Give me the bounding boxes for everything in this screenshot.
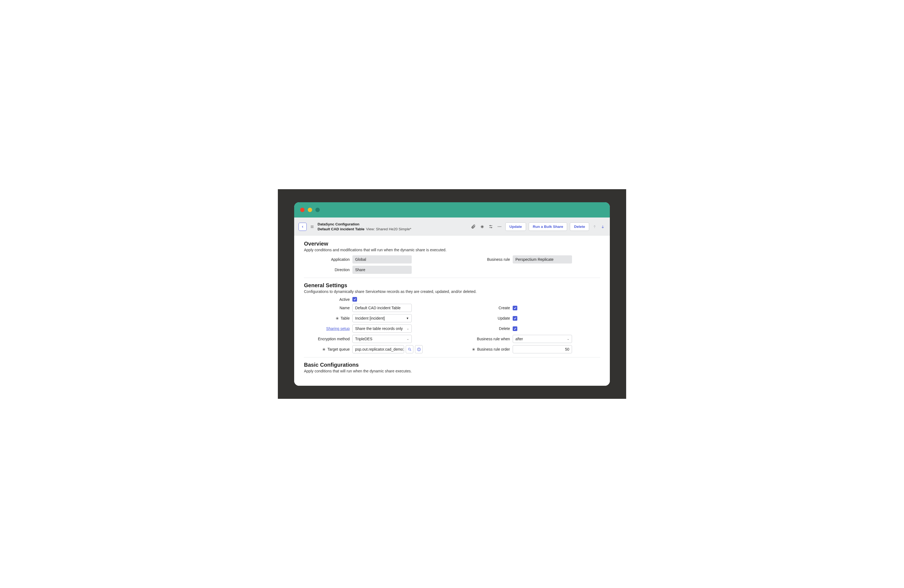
svg-point-12 xyxy=(408,348,410,350)
chevron-down-icon: ⌄ xyxy=(406,327,409,330)
svg-point-7 xyxy=(498,226,499,227)
basic-heading: Basic Configurations xyxy=(304,362,600,368)
update-row: Update xyxy=(464,314,600,322)
direction-label: Direction xyxy=(304,267,352,272)
delete-checkbox[interactable] xyxy=(513,326,517,331)
next-record-arrow[interactable] xyxy=(600,225,605,229)
caret-down-icon: ▼ xyxy=(406,316,409,320)
content: Overview Apply conditions and modificati… xyxy=(294,236,610,386)
table-row: ✳Table Incident [incident]▼ xyxy=(304,314,440,322)
delete-label: Delete xyxy=(464,326,513,331)
required-icon: ✳ xyxy=(472,347,476,351)
br-order-row: ✳Business rule order 50 xyxy=(464,345,600,353)
window-titlebar xyxy=(294,202,610,218)
application-row: Application Global xyxy=(304,255,440,264)
window: DataSync Configuration Default CAD incid… xyxy=(294,202,610,386)
br-order-label: ✳Business rule order xyxy=(464,347,513,351)
target-queue-input[interactable]: psp.out.replicator.cad_demo1_m xyxy=(352,345,404,353)
required-icon: ✳ xyxy=(335,316,339,321)
settings-filters-icon[interactable] xyxy=(488,224,494,229)
header-view: View: Shared He20 Simple* xyxy=(366,227,411,231)
lookup-button[interactable] xyxy=(406,345,413,353)
sharing-setup-select[interactable]: Share the table records only⌄ xyxy=(352,324,412,333)
table-label: ✳Table xyxy=(304,316,352,321)
overview-description: Apply conditions and modifications that … xyxy=(304,248,600,252)
name-row: Name Default CAD incident Table xyxy=(304,304,440,312)
encryption-label: Encryption method xyxy=(304,337,352,341)
basic-config-section: Basic Configurations Apply conditions th… xyxy=(304,362,600,373)
br-when-row: Business rule when after⌄ xyxy=(464,335,600,343)
general-heading: General Settings xyxy=(304,282,600,289)
name-input[interactable]: Default CAD incident Table xyxy=(352,304,412,312)
run-bulk-share-button[interactable]: Run a Bulk Share xyxy=(529,223,567,231)
svg-point-9 xyxy=(501,226,501,227)
back-button[interactable] xyxy=(299,223,307,231)
update-label: Update xyxy=(464,316,513,321)
general-description: Configurations to dynamically share Serv… xyxy=(304,289,600,294)
application-label: Application xyxy=(304,257,352,262)
svg-line-13 xyxy=(410,350,411,351)
business-rule-label: Business rule xyxy=(464,257,513,262)
target-queue-row: ✳Target queue psp.out.replicator.cad_dem… xyxy=(304,345,440,353)
create-row: Create xyxy=(464,304,600,312)
br-when-select[interactable]: after⌄ xyxy=(513,335,572,343)
active-checkbox[interactable] xyxy=(352,297,357,302)
overview-section: Overview Apply conditions and modificati… xyxy=(304,241,600,278)
attachment-icon[interactable] xyxy=(471,224,476,229)
create-label: Create xyxy=(464,306,513,310)
application-value: Global xyxy=(352,255,412,264)
header-title-row: Default CAD incident Table View: Shared … xyxy=(318,227,411,232)
prev-record-arrow xyxy=(592,225,597,229)
minimize-window-dot[interactable] xyxy=(308,208,312,212)
more-actions-icon[interactable] xyxy=(496,224,503,229)
sparkle-icon[interactable] xyxy=(479,224,485,229)
active-row: Active xyxy=(304,297,440,302)
direction-row: Direction Share xyxy=(304,266,440,274)
update-checkbox[interactable] xyxy=(513,316,517,321)
page-header: DataSync Configuration Default CAD incid… xyxy=(294,218,610,236)
br-order-input[interactable]: 50 xyxy=(513,345,572,353)
sharing-setup-label-link[interactable]: Sharing setup xyxy=(304,326,352,331)
header-title-primary: DataSync Configuration xyxy=(318,222,411,227)
br-when-label: Business rule when xyxy=(464,337,513,341)
general-settings-section: General Settings Configurations to dynam… xyxy=(304,282,600,357)
encryption-row: Encryption method TripleDES⌄ xyxy=(304,335,440,343)
delete-button[interactable]: Delete xyxy=(570,223,589,231)
sharing-setup-row: Sharing setup Share the table records on… xyxy=(304,324,440,333)
header-titles: DataSync Configuration Default CAD incid… xyxy=(318,222,411,231)
overview-grid: Application Global Business rule Perspec… xyxy=(304,255,600,274)
chevron-down-icon: ⌄ xyxy=(406,338,409,340)
chevron-down-icon: ⌄ xyxy=(567,338,569,340)
business-rule-value: Perspectium Replicate xyxy=(513,255,572,264)
svg-point-4 xyxy=(490,225,491,226)
name-label: Name xyxy=(304,306,352,310)
general-grid: Active Name Default CAD incident Table xyxy=(304,297,600,353)
required-icon: ✳ xyxy=(322,347,326,351)
svg-point-6 xyxy=(491,227,492,228)
create-checkbox[interactable] xyxy=(513,306,517,310)
basic-description: Apply conditions that will run when the … xyxy=(304,369,600,373)
delete-row: Delete xyxy=(464,324,600,333)
close-window-dot[interactable] xyxy=(300,208,305,212)
info-button[interactable] xyxy=(415,345,423,353)
header-title-secondary: Default CAD incident Table xyxy=(318,227,364,231)
header-actions: Update Run a Bulk Share Delete xyxy=(471,223,605,231)
svg-point-8 xyxy=(499,226,500,227)
update-button[interactable]: Update xyxy=(505,223,526,231)
overview-heading: Overview xyxy=(304,241,600,247)
target-queue-label: ✳Target queue xyxy=(304,347,352,351)
business-rule-row: Business rule Perspectium Replicate xyxy=(464,255,600,264)
active-label: Active xyxy=(304,297,352,302)
outer-frame: DataSync Configuration Default CAD incid… xyxy=(278,189,626,399)
encryption-select[interactable]: TripleDES⌄ xyxy=(352,335,412,343)
table-select[interactable]: Incident [incident]▼ xyxy=(352,314,412,322)
direction-value: Share xyxy=(352,266,412,274)
maximize-window-dot[interactable] xyxy=(315,208,320,212)
hamburger-menu-icon[interactable] xyxy=(310,225,314,229)
